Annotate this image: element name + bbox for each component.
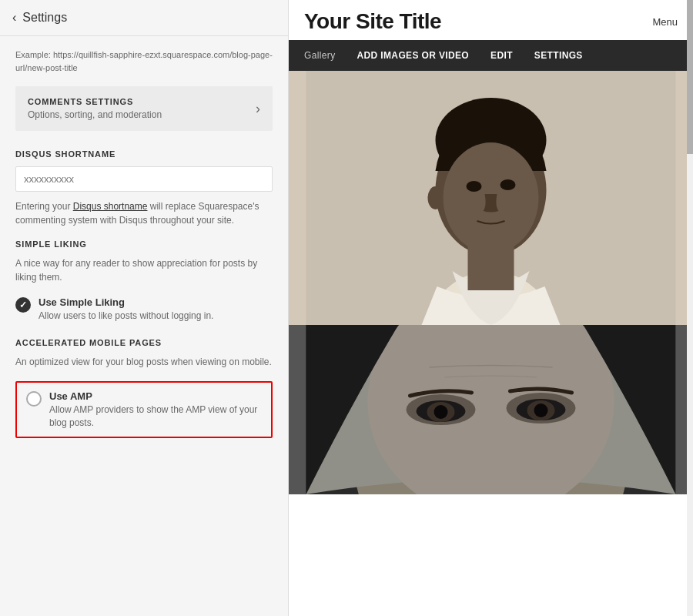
amp-label-block: Use AMP Allow AMP providers to show the … bbox=[49, 390, 262, 430]
left-scroll-area[interactable]: Example: https://quillfish-sapphire-ezxt… bbox=[0, 36, 288, 616]
svg-point-5 bbox=[467, 181, 482, 192]
settings-header: ‹ Settings bbox=[0, 0, 288, 36]
simple-liking-toggle-title: Use Simple Liking bbox=[38, 296, 213, 308]
comments-settings-title: COMMENTS SETTINGS bbox=[28, 97, 162, 106]
nav-item-settings[interactable]: SETTINGS bbox=[524, 40, 594, 71]
nav-item-gallery[interactable]: Gallery bbox=[293, 40, 346, 71]
simple-liking-toggle-desc: Allow users to like posts without loggin… bbox=[38, 310, 213, 323]
nav-item-edit[interactable]: EDIT bbox=[480, 40, 524, 71]
disqus-shortname-link[interactable]: Disqus shortname bbox=[73, 201, 148, 212]
comments-settings-card[interactable]: COMMENTS SETTINGS Options, sorting, and … bbox=[15, 86, 273, 131]
photo-1-portrait bbox=[289, 71, 693, 325]
svg-point-18 bbox=[434, 405, 448, 419]
preview-scroll-area[interactable] bbox=[289, 71, 693, 616]
amp-section-label: ACCELERATED MOBILE PAGES bbox=[15, 338, 273, 347]
site-header: Your Site Title Menu bbox=[289, 0, 693, 40]
amp-toggle-box[interactable]: Use AMP Allow AMP providers to show the … bbox=[15, 381, 273, 439]
menu-button[interactable]: Menu bbox=[652, 16, 678, 28]
closeup-svg bbox=[289, 325, 693, 494]
portrait-svg bbox=[289, 71, 693, 325]
settings-panel-title: Settings bbox=[22, 11, 67, 25]
comments-settings-text: COMMENTS SETTINGS Options, sorting, and … bbox=[28, 97, 162, 120]
right-scrollbar-thumb[interactable] bbox=[687, 0, 693, 154]
right-scrollbar[interactable] bbox=[687, 0, 693, 616]
simple-liking-toggle-row[interactable]: ✓ Use Simple Liking Allow users to like … bbox=[15, 296, 273, 323]
photo-2-closeup bbox=[289, 325, 693, 494]
site-title: Your Site Title bbox=[304, 9, 441, 34]
disqus-description: Entering your Disqus shortname will repl… bbox=[15, 199, 273, 227]
amp-toggle-title: Use AMP bbox=[49, 390, 262, 402]
simple-liking-checkbox[interactable]: ✓ bbox=[15, 297, 31, 313]
amp-toggle-desc: Allow AMP providers to show the AMP view… bbox=[49, 403, 262, 430]
nav-item-add-images[interactable]: ADD IMAGES OR VIDEO bbox=[346, 40, 480, 71]
simple-liking-description: A nice way for any reader to show apprec… bbox=[15, 256, 273, 284]
svg-point-11 bbox=[368, 325, 614, 494]
amp-radio-button[interactable] bbox=[26, 391, 42, 407]
url-example-text: Example: https://quillfish-sapphire-ezxt… bbox=[15, 49, 273, 74]
check-icon: ✓ bbox=[19, 300, 27, 310]
svg-rect-7 bbox=[468, 244, 514, 290]
simple-liking-label: SIMPLE LIKING bbox=[15, 239, 273, 249]
amp-description: An optimized view for your blog posts wh… bbox=[15, 355, 273, 369]
svg-point-6 bbox=[500, 179, 516, 190]
right-preview-panel: Your Site Title Menu Gallery ADD IMAGES … bbox=[289, 0, 693, 616]
chevron-right-icon: › bbox=[256, 101, 260, 117]
back-arrow-icon[interactable]: ‹ bbox=[12, 11, 16, 25]
comments-settings-desc: Options, sorting, and moderation bbox=[28, 109, 162, 120]
svg-point-19 bbox=[534, 403, 548, 417]
disqus-desc-before: Entering your bbox=[15, 201, 73, 212]
simple-liking-label-block: Use Simple Liking Allow users to like po… bbox=[38, 296, 213, 323]
disqus-shortname-input[interactable] bbox=[15, 166, 273, 192]
left-settings-panel: ‹ Settings Example: https://quillfish-sa… bbox=[0, 0, 289, 616]
site-nav-bar: Gallery ADD IMAGES OR VIDEO EDIT SETTING… bbox=[289, 40, 693, 71]
svg-point-8 bbox=[428, 186, 444, 209]
disqus-section-label: DISQUS SHORTNAME bbox=[15, 149, 273, 159]
